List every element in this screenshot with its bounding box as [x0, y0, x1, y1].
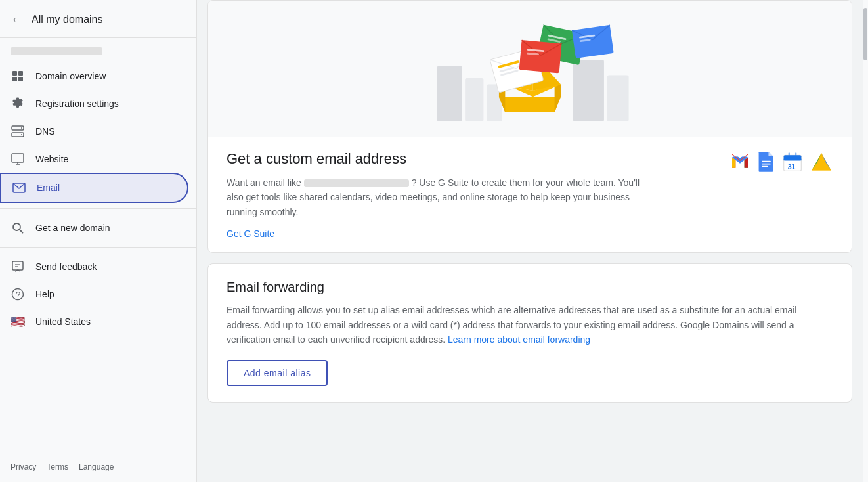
svg-rect-55 — [762, 164, 771, 165]
sidebar-item-help[interactable]: ? Help — [0, 280, 188, 308]
svg-rect-48 — [572, 25, 614, 58]
nav-divider — [0, 208, 196, 209]
sidebar-item-registration-settings[interactable]: Registration settings — [0, 90, 188, 118]
scrollbar-track[interactable] — [863, 0, 868, 482]
sidebar-item-label: Help — [35, 289, 54, 299]
email-icon — [12, 181, 26, 195]
learn-more-link[interactable]: Learn more about email forwarding — [448, 334, 590, 345]
gsuite-icons: 31 — [729, 150, 833, 176]
footer-language[interactable]: Language — [79, 462, 114, 471]
svg-line-13 — [20, 230, 23, 233]
domain-label — [0, 38, 196, 62]
sidebar-item-label: Email — [37, 183, 60, 193]
sidebar-item-get-new-domain[interactable]: Get a new domain — [0, 214, 188, 242]
email-illustration — [425, 16, 635, 121]
sidebar-item-label: Domain overview — [35, 71, 106, 81]
sidebar-item-label: Send feedback — [35, 261, 97, 272]
desc-prefix: Want an email like — [227, 177, 304, 188]
svg-rect-8 — [12, 154, 24, 162]
grid-icon — [11, 69, 25, 83]
footer-privacy[interactable]: Privacy — [11, 462, 36, 471]
calendar-icon: 31 — [782, 152, 803, 175]
svg-rect-54 — [762, 161, 771, 162]
add-email-alias-button[interactable]: Add email alias — [227, 360, 328, 386]
forwarding-card-body: Email forwarding Email forwarding allows… — [208, 264, 852, 402]
svg-rect-23 — [573, 60, 604, 121]
sidebar-item-label: Website — [35, 154, 68, 164]
feedback-icon — [11, 259, 25, 274]
sidebar-item-dns[interactable]: DNS — [0, 118, 188, 145]
sidebar-item-website[interactable]: Website — [0, 145, 188, 173]
sidebar-item-label: Get a new domain — [35, 223, 110, 233]
email-forwarding-card: Email forwarding Email forwarding allows… — [207, 263, 852, 403]
sidebar-title: All my domains — [32, 14, 102, 26]
blurred-email — [304, 179, 409, 187]
main-content: Get a custom email address Want an email… — [197, 0, 863, 482]
sidebar-item-domain-overview[interactable]: Domain overview — [0, 62, 188, 90]
svg-rect-0 — [12, 71, 17, 76]
svg-rect-59 — [784, 159, 802, 161]
email-card-title: Get a custom email address — [227, 150, 714, 167]
forwarding-title: Email forwarding — [227, 280, 833, 295]
svg-rect-14 — [12, 261, 23, 270]
flag-icon: 🇺🇸 — [11, 315, 25, 329]
sidebar-item-label: United States — [35, 317, 91, 327]
back-nav[interactable]: ← All my domains — [0, 0, 196, 38]
help-icon: ? — [11, 287, 25, 301]
svg-text:31: 31 — [788, 163, 796, 171]
email-card-desc: Want an email like ? Use G Suite to crea… — [227, 175, 647, 219]
footer-terms[interactable]: Terms — [47, 462, 68, 471]
forwarding-desc: Email forwarding allows you to set up al… — [227, 303, 833, 347]
svg-rect-21 — [437, 66, 462, 121]
scrollbar-thumb[interactable] — [863, 8, 867, 60]
illustration-area — [208, 1, 852, 137]
svg-point-7 — [21, 134, 22, 135]
monitor-icon — [11, 152, 25, 166]
sidebar-item-email[interactable]: Email — [0, 173, 188, 203]
gmail-icon — [729, 150, 750, 176]
svg-rect-3 — [18, 77, 23, 81]
custom-email-card: Get a custom email address Want an email… — [207, 0, 852, 253]
svg-rect-2 — [12, 77, 17, 81]
svg-text:?: ? — [16, 290, 20, 299]
sidebar-footer: Privacy Terms Language — [0, 454, 196, 482]
sidebar: ← All my domains Domain overview Registr… — [0, 0, 197, 482]
svg-marker-28 — [555, 85, 561, 112]
drive-icon — [810, 152, 833, 175]
nav-divider-2 — [0, 247, 196, 248]
sidebar-item-label: DNS — [35, 126, 55, 137]
svg-rect-22 — [465, 78, 483, 121]
email-card-action: Get G Suite — [208, 219, 852, 252]
get-gsuite-button[interactable]: Get G Suite — [227, 229, 274, 239]
server-icon — [11, 124, 25, 139]
sidebar-item-send-feedback[interactable]: Send feedback — [0, 253, 188, 280]
sidebar-item-united-states[interactable]: 🇺🇸 United States — [0, 308, 188, 336]
svg-point-6 — [21, 127, 22, 129]
sidebar-item-label: Registration settings — [35, 99, 119, 109]
back-arrow-icon: ← — [11, 12, 24, 27]
svg-rect-43 — [519, 40, 562, 73]
docs-icon — [757, 152, 775, 175]
svg-rect-1 — [18, 71, 23, 76]
search-icon — [11, 221, 25, 235]
gear-icon — [11, 97, 25, 111]
svg-rect-56 — [762, 166, 768, 167]
svg-rect-24 — [607, 75, 629, 121]
svg-marker-26 — [499, 97, 561, 112]
